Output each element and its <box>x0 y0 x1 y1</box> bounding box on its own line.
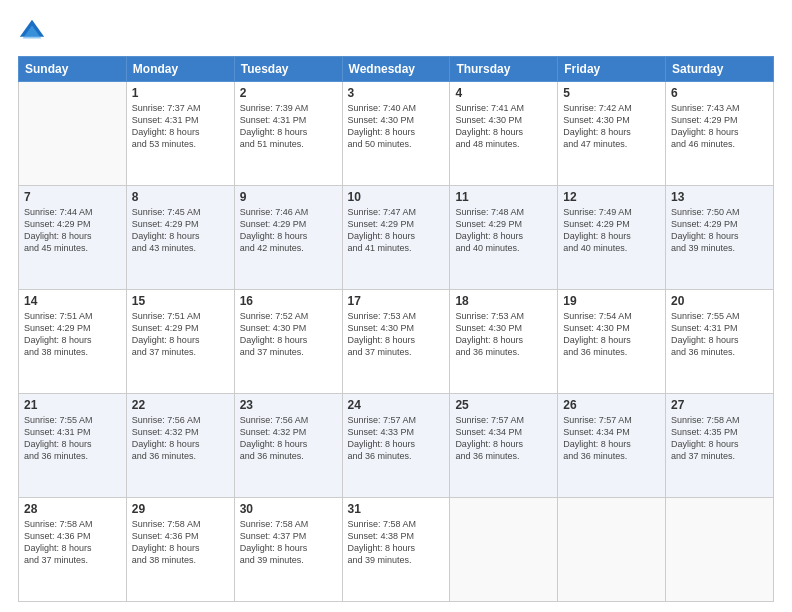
day-number: 23 <box>240 398 337 412</box>
day-number: 9 <box>240 190 337 204</box>
day-info: Sunrise: 7:51 AM Sunset: 4:29 PM Dayligh… <box>132 310 229 359</box>
calendar-cell: 23Sunrise: 7:56 AM Sunset: 4:32 PM Dayli… <box>234 394 342 498</box>
day-number: 24 <box>348 398 445 412</box>
day-info: Sunrise: 7:47 AM Sunset: 4:29 PM Dayligh… <box>348 206 445 255</box>
day-info: Sunrise: 7:42 AM Sunset: 4:30 PM Dayligh… <box>563 102 660 151</box>
day-number: 19 <box>563 294 660 308</box>
day-info: Sunrise: 7:53 AM Sunset: 4:30 PM Dayligh… <box>348 310 445 359</box>
calendar-cell: 5Sunrise: 7:42 AM Sunset: 4:30 PM Daylig… <box>558 82 666 186</box>
calendar-cell: 11Sunrise: 7:48 AM Sunset: 4:29 PM Dayli… <box>450 186 558 290</box>
calendar-cell: 31Sunrise: 7:58 AM Sunset: 4:38 PM Dayli… <box>342 498 450 602</box>
calendar-cell <box>450 498 558 602</box>
day-number: 25 <box>455 398 552 412</box>
day-info: Sunrise: 7:58 AM Sunset: 4:37 PM Dayligh… <box>240 518 337 567</box>
day-info: Sunrise: 7:37 AM Sunset: 4:31 PM Dayligh… <box>132 102 229 151</box>
day-number: 3 <box>348 86 445 100</box>
day-number: 4 <box>455 86 552 100</box>
calendar-cell: 21Sunrise: 7:55 AM Sunset: 4:31 PM Dayli… <box>19 394 127 498</box>
day-number: 27 <box>671 398 768 412</box>
day-info: Sunrise: 7:46 AM Sunset: 4:29 PM Dayligh… <box>240 206 337 255</box>
day-info: Sunrise: 7:55 AM Sunset: 4:31 PM Dayligh… <box>24 414 121 463</box>
day-number: 14 <box>24 294 121 308</box>
calendar-cell <box>558 498 666 602</box>
calendar-cell: 13Sunrise: 7:50 AM Sunset: 4:29 PM Dayli… <box>666 186 774 290</box>
day-number: 11 <box>455 190 552 204</box>
calendar-week-row: 14Sunrise: 7:51 AM Sunset: 4:29 PM Dayli… <box>19 290 774 394</box>
day-info: Sunrise: 7:58 AM Sunset: 4:36 PM Dayligh… <box>132 518 229 567</box>
day-number: 22 <box>132 398 229 412</box>
calendar-cell: 10Sunrise: 7:47 AM Sunset: 4:29 PM Dayli… <box>342 186 450 290</box>
calendar-cell: 27Sunrise: 7:58 AM Sunset: 4:35 PM Dayli… <box>666 394 774 498</box>
calendar-cell: 9Sunrise: 7:46 AM Sunset: 4:29 PM Daylig… <box>234 186 342 290</box>
calendar-cell: 28Sunrise: 7:58 AM Sunset: 4:36 PM Dayli… <box>19 498 127 602</box>
calendar-day-header: Sunday <box>19 57 127 82</box>
calendar-cell: 7Sunrise: 7:44 AM Sunset: 4:29 PM Daylig… <box>19 186 127 290</box>
day-info: Sunrise: 7:51 AM Sunset: 4:29 PM Dayligh… <box>24 310 121 359</box>
day-info: Sunrise: 7:53 AM Sunset: 4:30 PM Dayligh… <box>455 310 552 359</box>
day-info: Sunrise: 7:52 AM Sunset: 4:30 PM Dayligh… <box>240 310 337 359</box>
calendar-cell: 24Sunrise: 7:57 AM Sunset: 4:33 PM Dayli… <box>342 394 450 498</box>
day-number: 12 <box>563 190 660 204</box>
day-number: 29 <box>132 502 229 516</box>
day-info: Sunrise: 7:50 AM Sunset: 4:29 PM Dayligh… <box>671 206 768 255</box>
calendar-cell: 19Sunrise: 7:54 AM Sunset: 4:30 PM Dayli… <box>558 290 666 394</box>
day-number: 1 <box>132 86 229 100</box>
calendar-table: SundayMondayTuesdayWednesdayThursdayFrid… <box>18 56 774 602</box>
day-number: 18 <box>455 294 552 308</box>
day-number: 21 <box>24 398 121 412</box>
calendar-day-header: Wednesday <box>342 57 450 82</box>
day-number: 5 <box>563 86 660 100</box>
calendar-cell: 17Sunrise: 7:53 AM Sunset: 4:30 PM Dayli… <box>342 290 450 394</box>
calendar-week-row: 28Sunrise: 7:58 AM Sunset: 4:36 PM Dayli… <box>19 498 774 602</box>
day-number: 31 <box>348 502 445 516</box>
day-info: Sunrise: 7:45 AM Sunset: 4:29 PM Dayligh… <box>132 206 229 255</box>
calendar-cell <box>666 498 774 602</box>
page: SundayMondayTuesdayWednesdayThursdayFrid… <box>0 0 792 612</box>
calendar-cell: 3Sunrise: 7:40 AM Sunset: 4:30 PM Daylig… <box>342 82 450 186</box>
calendar-cell: 14Sunrise: 7:51 AM Sunset: 4:29 PM Dayli… <box>19 290 127 394</box>
calendar-cell: 15Sunrise: 7:51 AM Sunset: 4:29 PM Dayli… <box>126 290 234 394</box>
calendar-cell: 1Sunrise: 7:37 AM Sunset: 4:31 PM Daylig… <box>126 82 234 186</box>
day-info: Sunrise: 7:57 AM Sunset: 4:34 PM Dayligh… <box>455 414 552 463</box>
calendar-cell: 18Sunrise: 7:53 AM Sunset: 4:30 PM Dayli… <box>450 290 558 394</box>
calendar-cell: 12Sunrise: 7:49 AM Sunset: 4:29 PM Dayli… <box>558 186 666 290</box>
day-number: 16 <box>240 294 337 308</box>
day-number: 10 <box>348 190 445 204</box>
day-number: 30 <box>240 502 337 516</box>
day-number: 2 <box>240 86 337 100</box>
day-info: Sunrise: 7:57 AM Sunset: 4:34 PM Dayligh… <box>563 414 660 463</box>
day-info: Sunrise: 7:49 AM Sunset: 4:29 PM Dayligh… <box>563 206 660 255</box>
day-number: 26 <box>563 398 660 412</box>
day-info: Sunrise: 7:57 AM Sunset: 4:33 PM Dayligh… <box>348 414 445 463</box>
calendar-cell: 6Sunrise: 7:43 AM Sunset: 4:29 PM Daylig… <box>666 82 774 186</box>
calendar-cell: 26Sunrise: 7:57 AM Sunset: 4:34 PM Dayli… <box>558 394 666 498</box>
calendar-day-header: Thursday <box>450 57 558 82</box>
calendar-week-row: 7Sunrise: 7:44 AM Sunset: 4:29 PM Daylig… <box>19 186 774 290</box>
calendar-cell: 2Sunrise: 7:39 AM Sunset: 4:31 PM Daylig… <box>234 82 342 186</box>
day-number: 8 <box>132 190 229 204</box>
calendar-cell <box>19 82 127 186</box>
day-number: 28 <box>24 502 121 516</box>
day-info: Sunrise: 7:40 AM Sunset: 4:30 PM Dayligh… <box>348 102 445 151</box>
calendar-week-row: 21Sunrise: 7:55 AM Sunset: 4:31 PM Dayli… <box>19 394 774 498</box>
day-info: Sunrise: 7:41 AM Sunset: 4:30 PM Dayligh… <box>455 102 552 151</box>
day-info: Sunrise: 7:44 AM Sunset: 4:29 PM Dayligh… <box>24 206 121 255</box>
day-info: Sunrise: 7:56 AM Sunset: 4:32 PM Dayligh… <box>240 414 337 463</box>
day-number: 20 <box>671 294 768 308</box>
day-info: Sunrise: 7:58 AM Sunset: 4:35 PM Dayligh… <box>671 414 768 463</box>
calendar-day-header: Monday <box>126 57 234 82</box>
logo <box>18 18 50 46</box>
calendar-week-row: 1Sunrise: 7:37 AM Sunset: 4:31 PM Daylig… <box>19 82 774 186</box>
day-info: Sunrise: 7:58 AM Sunset: 4:38 PM Dayligh… <box>348 518 445 567</box>
day-info: Sunrise: 7:55 AM Sunset: 4:31 PM Dayligh… <box>671 310 768 359</box>
day-info: Sunrise: 7:43 AM Sunset: 4:29 PM Dayligh… <box>671 102 768 151</box>
day-info: Sunrise: 7:58 AM Sunset: 4:36 PM Dayligh… <box>24 518 121 567</box>
calendar-cell: 30Sunrise: 7:58 AM Sunset: 4:37 PM Dayli… <box>234 498 342 602</box>
day-info: Sunrise: 7:39 AM Sunset: 4:31 PM Dayligh… <box>240 102 337 151</box>
day-number: 6 <box>671 86 768 100</box>
day-number: 15 <box>132 294 229 308</box>
calendar-cell: 29Sunrise: 7:58 AM Sunset: 4:36 PM Dayli… <box>126 498 234 602</box>
calendar-cell: 25Sunrise: 7:57 AM Sunset: 4:34 PM Dayli… <box>450 394 558 498</box>
day-number: 17 <box>348 294 445 308</box>
calendar-cell: 16Sunrise: 7:52 AM Sunset: 4:30 PM Dayli… <box>234 290 342 394</box>
